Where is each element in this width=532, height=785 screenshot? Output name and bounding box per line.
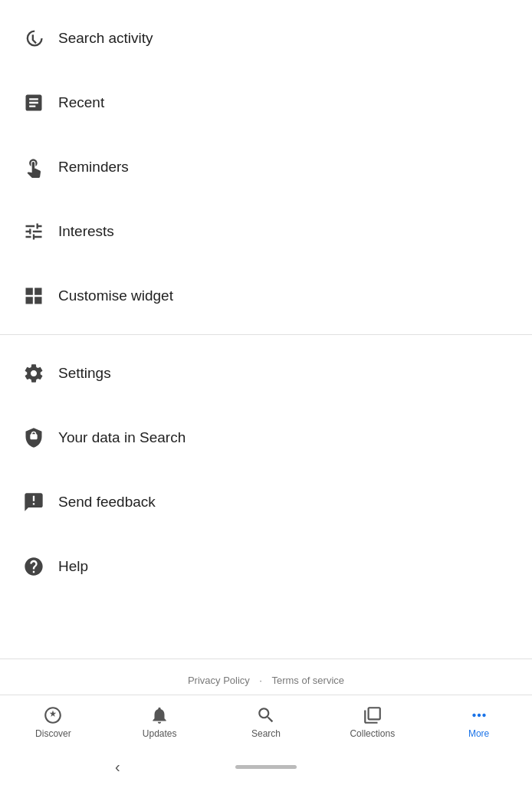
gear-icon [15, 355, 52, 392]
nav-label-discover: Discover [35, 728, 71, 739]
menu-label-your-data: Your data in Search [58, 429, 186, 446]
nav-label-more: More [468, 728, 489, 739]
nav-item-search[interactable]: Search [213, 695, 320, 748]
menu-label-recent: Recent [58, 94, 104, 111]
footer-dot: · [259, 675, 262, 686]
bottom-nav: Discover Updates Search Collections More [0, 695, 532, 748]
feedback-icon [15, 484, 52, 521]
clock-icon [15, 20, 52, 57]
menu-label-reminders: Reminders [58, 159, 129, 176]
menu-list: Search activity Recent Reminders Interes… [0, 0, 532, 659]
menu-label-interests: Interests [58, 223, 114, 240]
section-divider [0, 334, 532, 335]
back-button[interactable]: ‹ [115, 758, 120, 776]
menu-item-customise-widget[interactable]: Customise widget [0, 264, 532, 328]
menu-label-help: Help [58, 558, 88, 575]
updates-icon [149, 705, 169, 725]
nav-item-discover[interactable]: Discover [0, 695, 107, 748]
sliders-icon [15, 213, 52, 250]
widgets-icon [15, 278, 52, 314]
search-icon [256, 705, 276, 725]
privacy-policy-link[interactable]: Privacy Policy [188, 675, 250, 686]
nav-label-search: Search [251, 728, 281, 739]
menu-label-settings: Settings [58, 365, 111, 382]
menu-item-send-feedback[interactable]: Send feedback [0, 470, 532, 534]
menu-label-send-feedback: Send feedback [58, 494, 156, 511]
menu-item-your-data[interactable]: Your data in Search [0, 406, 532, 470]
menu-label-customise-widget: Customise widget [58, 287, 173, 304]
menu-item-search-activity[interactable]: Search activity [0, 6, 532, 71]
menu-item-recent[interactable]: Recent [0, 71, 532, 135]
discover-icon [43, 705, 63, 725]
book-icon [15, 84, 52, 121]
menu-item-settings[interactable]: Settings [0, 341, 532, 406]
footer-links: Privacy Policy · Terms of service [0, 659, 532, 695]
menu-item-interests[interactable]: Interests [0, 199, 532, 264]
system-bar: ‹ [0, 748, 532, 785]
nav-label-collections: Collections [350, 728, 395, 739]
home-indicator[interactable] [235, 765, 297, 769]
terms-of-service-link[interactable]: Terms of service [271, 675, 344, 686]
menu-item-reminders[interactable]: Reminders [0, 135, 532, 199]
hand-icon [15, 149, 52, 186]
nav-item-updates[interactable]: Updates [107, 695, 213, 748]
menu-label-search-activity: Search activity [58, 30, 153, 47]
collections-icon [363, 705, 383, 725]
nav-label-updates: Updates [143, 728, 177, 739]
nav-item-more[interactable]: More [425, 695, 532, 748]
menu-item-help[interactable]: Help [0, 534, 532, 599]
shield-icon [15, 419, 52, 456]
more-icon [469, 705, 489, 725]
help-icon [15, 548, 52, 585]
nav-item-collections[interactable]: Collections [319, 695, 425, 748]
